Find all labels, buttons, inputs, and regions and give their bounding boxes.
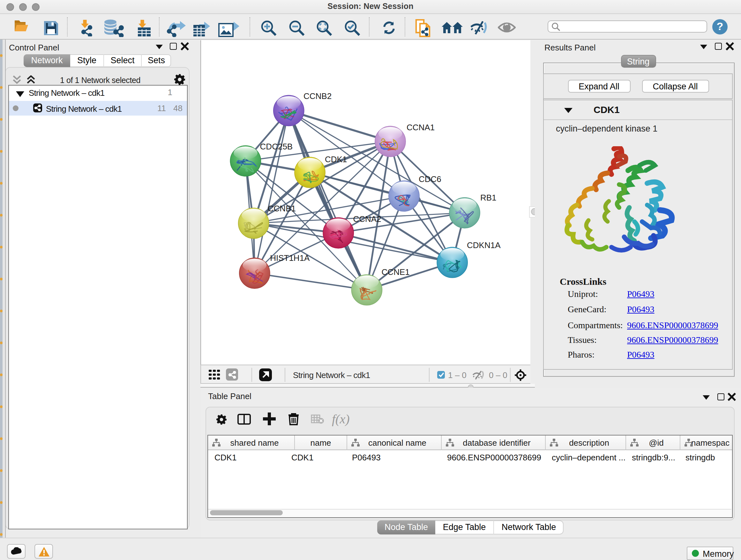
svg-text:CCNB1: CCNB1: [268, 204, 296, 213]
svg-text:CDK1: CDK1: [325, 154, 347, 164]
svg-text:RB1: RB1: [480, 193, 496, 202]
svg-text:HIST1H1A: HIST1H1A: [270, 253, 310, 263]
svg-text:CCNA1: CCNA1: [407, 123, 434, 132]
svg-text:CDKN1A: CDKN1A: [467, 240, 501, 250]
svg-text:CCNA2: CCNA2: [353, 214, 381, 224]
svg-text:CDC25B: CDC25B: [260, 142, 293, 151]
svg-text:CCNE1: CCNE1: [382, 267, 410, 277]
svg-text:CDC6: CDC6: [419, 174, 441, 184]
svg-text:CCNB2: CCNB2: [304, 91, 332, 101]
